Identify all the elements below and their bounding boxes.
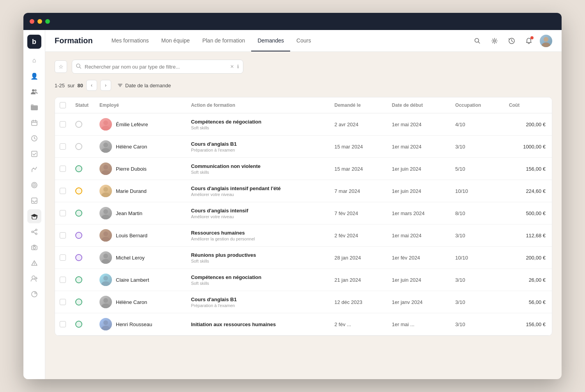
sort-button[interactable]: Date de la demande bbox=[117, 83, 171, 88]
sidebar-item-folder[interactable] bbox=[27, 100, 41, 114]
search-info-icon[interactable]: ℹ bbox=[237, 64, 239, 69]
row-cost: 224,60 € bbox=[503, 180, 552, 202]
sidebar-item-team[interactable] bbox=[27, 85, 41, 99]
pagination-next[interactable]: › bbox=[100, 80, 111, 91]
svg-point-21 bbox=[542, 42, 550, 47]
sidebar-item-check[interactable] bbox=[27, 147, 41, 161]
row-checkbox[interactable] bbox=[60, 299, 66, 305]
employee-avatar bbox=[99, 296, 112, 308]
page-area: ☆ ✕ ℹ 1-25 sur 80 bbox=[45, 52, 562, 379]
row-employee-cell: Henri Rousseau bbox=[93, 313, 185, 335]
row-checkbox[interactable] bbox=[60, 232, 66, 238]
pagination-text: 1-25 sur 80 bbox=[55, 83, 83, 88]
training-subtitle: Améliorer votre niveau bbox=[191, 214, 322, 219]
search-icon-btn[interactable] bbox=[471, 35, 484, 47]
row-status-cell bbox=[71, 224, 93, 247]
sidebar-item-add-user[interactable] bbox=[27, 272, 41, 286]
sidebar-item-calendar[interactable] bbox=[27, 116, 41, 130]
row-cost: 156,00 € bbox=[503, 313, 552, 335]
sidebar-item-pie-chart[interactable] bbox=[27, 287, 41, 301]
row-requested-date: 7 mar 2024 bbox=[328, 180, 385, 202]
search-icon bbox=[76, 64, 82, 70]
tab-plan-formation[interactable]: Plan de formation bbox=[196, 30, 252, 51]
pagination-bar: 1-25 sur 80 ‹ › Date de la demande bbox=[55, 80, 552, 91]
row-training-cell: Cours d'anglais intensif Améliorer votre… bbox=[185, 202, 328, 224]
notification-icon-btn[interactable] bbox=[523, 35, 535, 47]
row-status-cell bbox=[71, 313, 93, 335]
employee-name: Louis Bernard bbox=[116, 233, 147, 238]
row-training-cell: Réunions plus productives Soft skills bbox=[185, 247, 328, 269]
status-indicator bbox=[75, 232, 82, 239]
sidebar-item-person[interactable]: 👤 bbox=[27, 69, 41, 83]
row-checkbox[interactable] bbox=[60, 254, 66, 261]
select-all-checkbox[interactable] bbox=[60, 102, 66, 108]
row-checkbox[interactable] bbox=[60, 188, 66, 194]
search-clear-icon[interactable]: ✕ bbox=[230, 64, 234, 69]
status-indicator bbox=[75, 276, 82, 283]
row-start-date: 1er mai 2024 bbox=[386, 224, 449, 247]
row-employee-cell: Émilie Lefèvre bbox=[93, 113, 185, 136]
row-checkbox[interactable] bbox=[60, 277, 66, 283]
row-checkbox-cell bbox=[55, 136, 71, 158]
table-row: Hélène Caron Cours d'anglais B1 Préparat… bbox=[55, 291, 552, 313]
favorite-button[interactable]: ☆ bbox=[55, 60, 67, 73]
history-icon-btn[interactable] bbox=[505, 35, 518, 47]
row-checkbox[interactable] bbox=[60, 121, 66, 127]
sidebar-item-clock[interactable] bbox=[27, 131, 41, 145]
tab-mon-equipe[interactable]: Mon équipe bbox=[155, 30, 196, 51]
sidebar-item-chart[interactable] bbox=[27, 162, 41, 177]
sidebar-item-home[interactable]: ⌂ bbox=[27, 53, 41, 67]
main-content: Formation Mes formations Mon équipe Plan… bbox=[45, 30, 562, 379]
row-checkbox[interactable] bbox=[60, 321, 66, 327]
employee-name: Hélène Caron bbox=[116, 144, 147, 150]
svg-point-18 bbox=[494, 40, 496, 42]
nav-tabs: Mes formations Mon équipe Plan de format… bbox=[105, 30, 317, 51]
status-indicator bbox=[75, 187, 82, 194]
settings-icon-btn[interactable] bbox=[488, 35, 501, 47]
svg-rect-3 bbox=[32, 121, 37, 125]
row-start-date: 1er mai 2024 bbox=[386, 136, 449, 158]
search-input[interactable] bbox=[85, 64, 227, 70]
sidebar-item-alert[interactable] bbox=[27, 256, 41, 270]
tab-mes-formations[interactable]: Mes formations bbox=[105, 30, 155, 51]
row-employee-cell: Marie Durand bbox=[93, 180, 185, 202]
sidebar-item-camera[interactable] bbox=[27, 240, 41, 254]
status-indicator bbox=[75, 210, 82, 217]
row-status-cell bbox=[71, 180, 93, 202]
row-occupation: 10/10 bbox=[449, 247, 503, 269]
svg-point-39 bbox=[103, 298, 108, 303]
app-window: b ⌂ 👤 bbox=[23, 13, 562, 379]
tab-cours[interactable]: Cours bbox=[290, 30, 317, 51]
table-row: Hélène Caron Cours d'anglais B1 Préparat… bbox=[55, 136, 552, 158]
row-checkbox[interactable] bbox=[60, 166, 66, 172]
training-title: Réunions plus productives bbox=[191, 252, 322, 258]
row-cost: 156,00 € bbox=[503, 158, 552, 180]
row-occupation: 3/10 bbox=[449, 224, 503, 247]
status-indicator bbox=[75, 121, 82, 128]
avatar-btn[interactable] bbox=[540, 35, 552, 47]
row-occupation: 10/10 bbox=[449, 180, 503, 202]
minimize-dot[interactable] bbox=[37, 19, 42, 24]
pagination-prev[interactable]: ‹ bbox=[86, 80, 97, 91]
row-checkbox-cell bbox=[55, 313, 71, 335]
sidebar-item-target[interactable] bbox=[27, 178, 41, 192]
employee-avatar bbox=[99, 318, 112, 330]
sidebar-item-graduation[interactable] bbox=[27, 209, 41, 223]
employee-avatar bbox=[99, 185, 112, 197]
search-bar: ✕ ℹ bbox=[72, 60, 243, 74]
row-checkbox[interactable] bbox=[60, 210, 66, 216]
svg-point-8 bbox=[34, 185, 35, 186]
employee-name: Hélène Caron bbox=[116, 299, 147, 305]
row-checkbox-cell bbox=[55, 113, 71, 136]
row-training-cell: Cours d'anglais B1 Préparation à l'exame… bbox=[185, 291, 328, 313]
close-dot[interactable] bbox=[30, 19, 34, 24]
table-row: Michel Leroy Réunions plus productives S… bbox=[55, 247, 552, 269]
svg-rect-9 bbox=[32, 198, 37, 203]
table-row: Claire Lambert Compétences en négociatio… bbox=[55, 269, 552, 291]
sidebar-item-inbox[interactable] bbox=[27, 194, 41, 208]
row-status-cell bbox=[71, 291, 93, 313]
sidebar-item-share[interactable] bbox=[27, 225, 41, 239]
row-checkbox[interactable] bbox=[60, 143, 66, 150]
fullscreen-dot[interactable] bbox=[45, 19, 50, 24]
tab-demandes[interactable]: Demandes bbox=[251, 30, 290, 51]
